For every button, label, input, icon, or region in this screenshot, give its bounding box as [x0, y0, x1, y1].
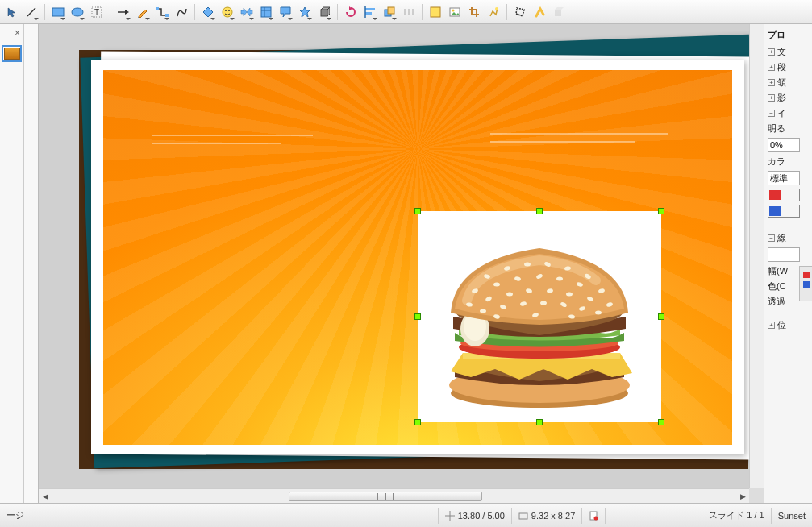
status-position: 13.80 / 5.00	[439, 508, 512, 524]
drawing-toolbar: T	[0, 0, 812, 24]
pencil-tool[interactable]	[134, 3, 152, 21]
status-modified	[582, 508, 606, 524]
svg-point-55	[566, 293, 573, 297]
svg-line-0	[27, 8, 35, 16]
svg-rect-1	[52, 8, 64, 16]
svg-rect-15	[365, 8, 375, 10]
svg-rect-20	[404, 9, 406, 15]
svg-point-26	[495, 7, 498, 10]
svg-rect-22	[412, 9, 414, 15]
extrusion-tool[interactable]	[550, 3, 568, 21]
status-size: 9.32 x 8.27	[512, 508, 582, 524]
svg-rect-14	[321, 10, 327, 16]
curve-tool[interactable]	[173, 3, 190, 21]
slide-stack	[79, 50, 748, 469]
gluepoint-tool[interactable]	[531, 3, 548, 21]
svg-rect-19	[388, 7, 394, 14]
text-tool[interactable]: T	[88, 3, 106, 21]
close-panel-icon[interactable]: ×	[15, 27, 20, 39]
svg-point-64	[595, 311, 602, 315]
scroll-right-icon[interactable]: ▶	[736, 490, 749, 503]
callout-tool[interactable]	[277, 3, 294, 21]
svg-rect-23	[431, 7, 440, 17]
panel-title: プロ	[768, 29, 809, 41]
svg-rect-11	[261, 7, 271, 17]
arrow-tool[interactable]	[115, 3, 132, 21]
rotate-tool[interactable]	[342, 3, 360, 21]
status-mode: ージ	[0, 508, 31, 524]
scrollbar-thumb[interactable]	[289, 492, 482, 501]
section-image[interactable]: −イ	[768, 107, 809, 119]
rect-tool[interactable]	[49, 3, 67, 21]
svg-point-9	[225, 10, 227, 11]
block-arrows-tool[interactable]	[238, 3, 256, 21]
svg-text:T: T	[94, 8, 99, 17]
svg-point-52	[506, 293, 513, 297]
svg-point-72	[594, 516, 598, 520]
svg-point-61	[540, 301, 547, 305]
filter-tool[interactable]	[485, 3, 502, 21]
canvas[interactable]	[39, 24, 749, 488]
insert-image-tool[interactable]	[446, 3, 464, 21]
arrange-tool[interactable]	[381, 3, 398, 21]
line-tool[interactable]	[23, 3, 40, 21]
3d-tool[interactable]	[315, 3, 333, 21]
scroll-left-icon[interactable]: ◀	[39, 490, 52, 503]
section-position[interactable]: +位	[768, 319, 809, 331]
vertical-scrollbar[interactable]	[749, 24, 764, 488]
svg-point-58	[480, 309, 486, 313]
title-placeholder	[152, 135, 313, 136]
crop-tool[interactable]	[465, 3, 483, 21]
svg-point-8	[223, 7, 232, 17]
edit-area: ◀ ▶	[24, 24, 764, 503]
resize-handle-bm[interactable]	[536, 419, 543, 425]
slide-thumbnail-1[interactable]	[2, 45, 22, 62]
ellipse-tool[interactable]	[69, 3, 86, 21]
resize-handle-mr[interactable]	[658, 313, 664, 320]
section-shadow[interactable]: +影	[768, 92, 809, 104]
symbol-shapes-tool[interactable]	[219, 3, 236, 21]
section-text[interactable]: +文	[768, 46, 809, 58]
brightness-input[interactable]	[768, 138, 800, 152]
svg-rect-27	[555, 10, 561, 16]
flowchart-tool[interactable]	[257, 3, 275, 21]
color-label: カラ	[768, 156, 809, 168]
color-blue-swatch[interactable]	[768, 205, 800, 218]
connector-tool[interactable]	[153, 3, 171, 21]
resize-handle-bl[interactable]	[414, 419, 421, 425]
properties-panel: プロ +文 +段 +領 +影 −イ 明る カラ −線 幅(W 色(C 透過 +位	[764, 24, 812, 503]
svg-rect-6	[156, 7, 159, 10]
resize-handle-tr[interactable]	[658, 208, 664, 214]
horizontal-scrollbar[interactable]: ◀ ▶	[39, 488, 749, 503]
svg-rect-7	[165, 14, 169, 17]
select-tool[interactable]	[3, 3, 21, 21]
resize-handle-br[interactable]	[658, 419, 664, 425]
resize-handle-ml[interactable]	[414, 313, 421, 320]
fontwork-tool[interactable]	[427, 3, 444, 21]
sidebar-tab-1[interactable]	[799, 266, 812, 301]
basic-shapes-tool[interactable]	[199, 3, 217, 21]
brightness-label: 明る	[768, 122, 809, 135]
line-style-select[interactable]	[768, 247, 800, 262]
section-line[interactable]: −線	[768, 232, 809, 244]
colormode-select[interactable]	[768, 171, 800, 185]
svg-point-44	[493, 283, 500, 287]
svg-rect-21	[408, 9, 410, 15]
resize-handle-tm[interactable]	[536, 208, 543, 214]
selected-image[interactable]	[418, 211, 661, 422]
svg-point-39	[524, 263, 531, 267]
hamburger-image[interactable]	[418, 211, 661, 422]
svg-point-25	[452, 9, 455, 11]
resize-handle-tl[interactable]	[414, 208, 421, 214]
distribute-tool[interactable]	[400, 3, 418, 21]
color-red-swatch[interactable]	[768, 189, 800, 201]
section-area[interactable]: +領	[768, 77, 809, 89]
section-paragraph[interactable]: +段	[768, 61, 809, 73]
align-tool[interactable]	[361, 3, 379, 21]
subtitle-placeholder	[490, 133, 668, 135]
star-tool[interactable]	[296, 3, 314, 21]
status-slide: スライド 1 / 1	[702, 508, 771, 524]
status-bar: ージ 13.80 / 5.00 9.32 x 8.27 スライド 1 / 1 S…	[0, 503, 812, 527]
polygon-tool[interactable]	[511, 3, 529, 21]
main-area: ×	[0, 24, 812, 503]
